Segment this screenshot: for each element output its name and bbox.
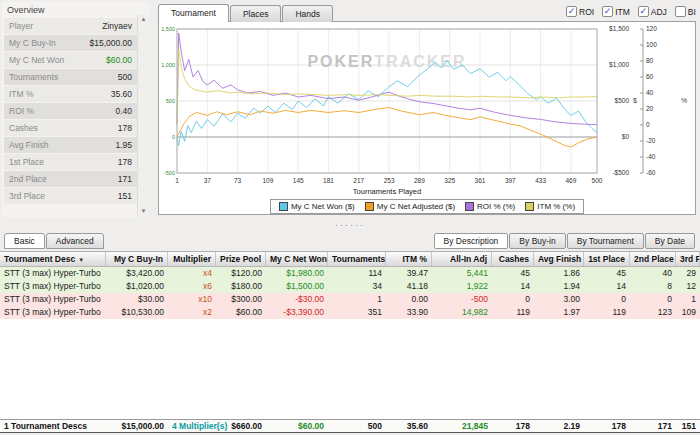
x-axis-tick: 109: [262, 177, 273, 184]
column-header-multiplier[interactable]: Multiplier: [168, 252, 216, 266]
table-cell: 351: [328, 306, 386, 319]
column-header-itm[interactable]: ITM %: [386, 252, 432, 266]
overview-row: 3rd Place151: [4, 188, 137, 204]
watermark: POKERTRACKER: [307, 53, 466, 70]
table-cell: 14,982: [432, 306, 492, 319]
toggle-label: ITM: [615, 7, 630, 17]
column-header-1st-place[interactable]: 1st Place: [584, 252, 630, 266]
x-axis-tick: 433: [535, 177, 546, 184]
legend-item: My C Net Won ($): [279, 202, 355, 211]
table-cell: $180.00: [216, 280, 266, 293]
table-cell: x6: [168, 280, 216, 293]
column-header-tournaments[interactable]: Tournaments: [328, 252, 386, 266]
footer-cell: 1 Tournament Descs: [0, 420, 106, 432]
x-axis-tick: 500: [592, 177, 603, 184]
series-my-c-net-won: [177, 61, 597, 146]
checkbox-icon[interactable]: ✓: [602, 6, 613, 17]
table-cell: 3.00: [534, 293, 584, 306]
checkbox-icon[interactable]: ✓: [566, 6, 577, 17]
overview-stat-value: 151: [118, 191, 132, 201]
overview-scrollbar[interactable]: ▲ ▼: [137, 15, 149, 217]
overview-stat-value: 171: [118, 174, 132, 184]
table-cell: STT (3 max) Hyper-Turbo: [0, 293, 106, 306]
table-cell: $10,530.00: [106, 306, 168, 319]
legend-label: ITM % (%): [537, 202, 575, 211]
toggle-bi[interactable]: BI: [675, 6, 696, 17]
table-cell: 123: [630, 306, 676, 319]
table-cell: $120.00: [216, 267, 266, 280]
scroll-up-icon[interactable]: ▲: [138, 15, 149, 24]
table-cell: 40: [630, 267, 676, 280]
left-axis-tick: -500: [164, 170, 175, 176]
pct-axis-tick: -40: [646, 153, 656, 160]
column-header-cashes[interactable]: Cashes: [492, 252, 534, 266]
table-footer-row: 1 Tournament Descs$15,000.004 Multiplier…: [0, 419, 700, 433]
button-by-description[interactable]: By Description: [434, 233, 509, 249]
button-by-buy-in[interactable]: By Buy-in: [509, 233, 565, 249]
column-header-all-in-adj[interactable]: All-In Adj: [432, 252, 492, 266]
column-header-2nd-place[interactable]: 2nd Place: [630, 252, 676, 266]
x-axis-tick: 325: [444, 177, 455, 184]
tab-tournament[interactable]: Tournament: [158, 4, 229, 22]
x-axis-tick: 217: [353, 177, 364, 184]
table-cell: STT (3 max) Hyper-Turbo: [0, 280, 106, 293]
scroll-down-icon[interactable]: ▼: [138, 207, 149, 216]
column-header-label: My C Net Won: [270, 254, 327, 264]
left-axis-tick: 1,000: [161, 62, 175, 68]
button-by-date[interactable]: By Date: [645, 233, 695, 249]
toggle-label: BI: [688, 7, 696, 17]
chart-panel: POKERTRACKER1,5001,0005000-500$1,500$1,0…: [158, 21, 696, 215]
legend-label: ROI % (%): [477, 202, 515, 211]
legend-item: My C Net Adjusted ($): [365, 202, 455, 211]
series-my-c-net-adjusted: [177, 108, 597, 148]
footer-cell: 178: [584, 420, 630, 432]
toggle-adj[interactable]: ✓ADJ: [638, 6, 667, 17]
column-header-prize-pool[interactable]: Prize Pool: [216, 252, 266, 266]
table-row[interactable]: STT (3 max) Hyper-Turbo$30.00x10$300.00-…: [0, 293, 700, 306]
table-cell: $60.00: [216, 306, 266, 319]
column-header-label: All-In Adj: [450, 254, 487, 264]
footer-cell: 2.19: [534, 420, 584, 432]
checkbox-icon[interactable]: ✓: [638, 6, 649, 17]
table-row[interactable]: STT (3 max) Hyper-Turbo$3,420.00x4$120.0…: [0, 267, 700, 280]
tab-places[interactable]: Places: [230, 5, 282, 22]
overview-row: Cashes178: [4, 120, 137, 136]
table-cell: 1.86: [534, 267, 584, 280]
toggle-itm[interactable]: ✓ITM: [602, 6, 630, 17]
splitter-handle[interactable]: ······: [0, 221, 700, 230]
footer-cell: 171: [630, 420, 676, 432]
legend-item: ROI % (%): [465, 202, 515, 211]
table-cell: $1,020.00: [106, 280, 168, 293]
tab-advanced[interactable]: Advanced: [46, 233, 104, 249]
column-header-my-c-buy-in[interactable]: My C Buy-In: [106, 252, 168, 266]
table-cell: 1: [328, 293, 386, 306]
button-by-tournament[interactable]: By Tournament: [567, 233, 644, 249]
footer-cell: 4 Multiplier(s): [168, 420, 216, 432]
table-row[interactable]: STT (3 max) Hyper-Turbo$1,020.00x6$180.0…: [0, 280, 700, 293]
bottom-tab-bar: BasicAdvanced: [4, 233, 105, 249]
pct-axis-unit: %: [681, 97, 687, 104]
checkbox-icon[interactable]: [675, 6, 686, 17]
table-cell: 114: [328, 267, 386, 280]
column-header-tournament-desc[interactable]: Tournament Desc▼: [0, 252, 106, 266]
table-cell: 109: [676, 306, 700, 319]
table-cell: 45: [492, 267, 534, 280]
legend-swatch: [279, 202, 288, 211]
x-axis-tick: 37: [204, 177, 212, 184]
table-cell: 14: [584, 280, 630, 293]
table-cell: 41.18: [386, 280, 432, 293]
table-row[interactable]: STT (3 max) Hyper-Turbo$10,530.00x2$60.0…: [0, 306, 700, 319]
table-cell: $1,500.00: [266, 280, 328, 293]
column-header-3rd-place[interactable]: 3rd Place: [676, 252, 700, 266]
column-header-my-c-net-won[interactable]: My C Net Won: [266, 252, 328, 266]
tab-hands[interactable]: Hands: [282, 5, 333, 22]
column-header-avg-finish[interactable]: Avg Finish: [534, 252, 584, 266]
column-header-label: 2nd Place: [634, 254, 674, 264]
pct-axis-tick: 0: [646, 121, 650, 128]
overview-stat-label: Avg Finish: [9, 140, 49, 150]
overview-stat-label: Player: [9, 21, 33, 31]
toggle-roi[interactable]: ✓ROI: [566, 6, 594, 17]
tab-basic[interactable]: Basic: [4, 233, 45, 249]
table-cell: $300.00: [216, 293, 266, 306]
table-cell: 119: [584, 306, 630, 319]
